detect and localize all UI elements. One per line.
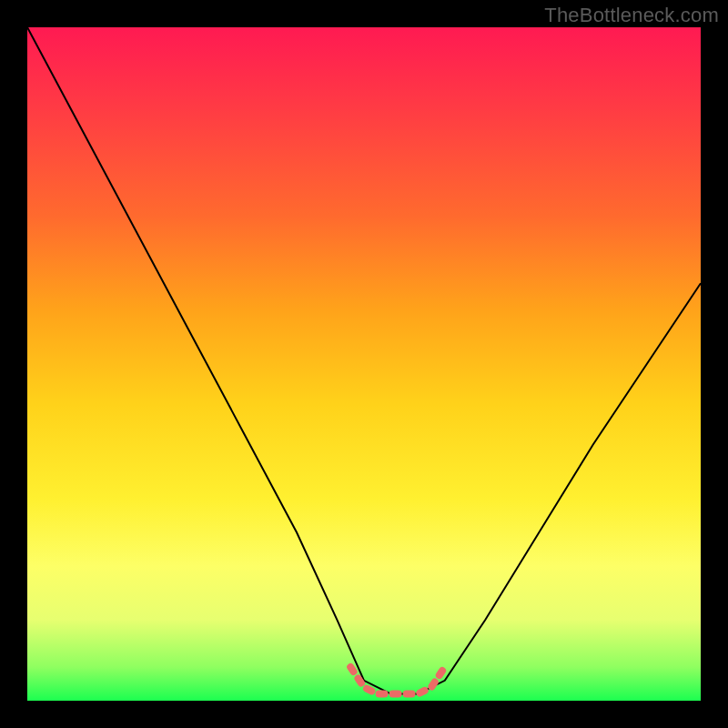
chart-container: TheBottleneck.com xyxy=(0,0,728,728)
plot-area xyxy=(27,27,701,701)
bottleneck-curve xyxy=(27,27,701,701)
right-branch xyxy=(391,283,701,693)
watermark-text: TheBottleneck.com xyxy=(544,4,719,27)
left-branch xyxy=(27,27,391,694)
